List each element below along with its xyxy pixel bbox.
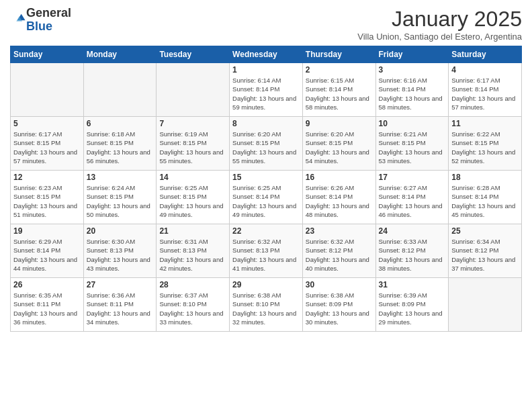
calendar-cell: 11Sunrise: 6:22 AM Sunset: 8:15 PM Dayli…	[449, 117, 522, 171]
calendar-cell: 12Sunrise: 6:23 AM Sunset: 8:15 PM Dayli…	[11, 171, 84, 224]
day-info: Sunrise: 6:25 AM Sunset: 8:14 PM Dayligh…	[232, 183, 300, 219]
calendar-cell: 14Sunrise: 6:25 AM Sunset: 8:15 PM Dayli…	[157, 171, 230, 224]
day-info: Sunrise: 6:36 AM Sunset: 8:11 PM Dayligh…	[87, 291, 154, 326]
day-number: 28	[159, 280, 226, 289]
calendar-cell: 31Sunrise: 6:39 AM Sunset: 8:09 PM Dayli…	[375, 278, 449, 332]
calendar-cell: 20Sunrise: 6:30 AM Sunset: 8:13 PM Dayli…	[83, 224, 157, 278]
day-info: Sunrise: 6:17 AM Sunset: 8:14 PM Dayligh…	[451, 76, 519, 111]
calendar-week-row: 12Sunrise: 6:23 AM Sunset: 8:15 PM Dayli…	[11, 171, 522, 224]
calendar-cell: 30Sunrise: 6:38 AM Sunset: 8:09 PM Dayli…	[302, 278, 375, 332]
day-number: 7	[159, 119, 226, 128]
calendar-cell: 4Sunrise: 6:17 AM Sunset: 8:14 PM Daylig…	[449, 63, 522, 117]
calendar-cell: 27Sunrise: 6:36 AM Sunset: 8:11 PM Dayli…	[83, 278, 157, 332]
day-info: Sunrise: 6:37 AM Sunset: 8:10 PM Dayligh…	[159, 291, 226, 326]
col-friday: Friday	[375, 46, 449, 63]
day-info: Sunrise: 6:38 AM Sunset: 8:09 PM Dayligh…	[306, 291, 373, 326]
day-info: Sunrise: 6:22 AM Sunset: 8:15 PM Dayligh…	[451, 130, 519, 165]
calendar-cell: 16Sunrise: 6:26 AM Sunset: 8:14 PM Dayli…	[302, 171, 375, 224]
calendar-week-row: 1Sunrise: 6:14 AM Sunset: 8:14 PM Daylig…	[11, 63, 522, 117]
day-info: Sunrise: 6:35 AM Sunset: 8:11 PM Dayligh…	[13, 291, 81, 326]
logo-blue-text: Blue	[26, 19, 52, 33]
day-info: Sunrise: 6:29 AM Sunset: 8:14 PM Dayligh…	[13, 237, 81, 273]
day-info: Sunrise: 6:23 AM Sunset: 8:15 PM Dayligh…	[13, 183, 81, 219]
calendar-cell: 2Sunrise: 6:15 AM Sunset: 8:14 PM Daylig…	[302, 63, 375, 117]
day-info: Sunrise: 6:26 AM Sunset: 8:14 PM Dayligh…	[306, 183, 373, 219]
col-saturday: Saturday	[449, 46, 522, 63]
day-info: Sunrise: 6:20 AM Sunset: 8:15 PM Dayligh…	[232, 130, 300, 165]
day-info: Sunrise: 6:27 AM Sunset: 8:14 PM Dayligh…	[379, 183, 446, 219]
day-number: 9	[306, 119, 373, 128]
calendar-cell: 3Sunrise: 6:16 AM Sunset: 8:14 PM Daylig…	[375, 63, 449, 117]
day-number: 27	[87, 280, 154, 289]
day-number: 14	[159, 173, 226, 182]
day-info: Sunrise: 6:15 AM Sunset: 8:14 PM Dayligh…	[306, 76, 373, 111]
day-number: 31	[379, 280, 446, 289]
day-number: 10	[379, 119, 446, 128]
day-info: Sunrise: 6:32 AM Sunset: 8:13 PM Dayligh…	[232, 237, 300, 273]
title-block: January 2025 Villa Union, Santiago del E…	[357, 7, 522, 42]
calendar-cell: 5Sunrise: 6:17 AM Sunset: 8:15 PM Daylig…	[11, 117, 84, 171]
day-info: Sunrise: 6:18 AM Sunset: 8:15 PM Dayligh…	[87, 130, 154, 165]
col-monday: Monday	[83, 46, 157, 63]
day-number: 29	[232, 280, 300, 289]
day-info: Sunrise: 6:39 AM Sunset: 8:09 PM Dayligh…	[379, 291, 446, 326]
day-number: 23	[306, 226, 373, 236]
calendar-cell	[449, 278, 522, 332]
day-number: 13	[87, 173, 154, 182]
day-number: 26	[13, 280, 81, 289]
day-info: Sunrise: 6:20 AM Sunset: 8:15 PM Dayligh…	[306, 130, 373, 165]
day-number: 16	[306, 173, 373, 182]
day-number: 21	[159, 226, 226, 236]
header: General Blue January 2025 Villa Union, S…	[10, 7, 522, 42]
calendar-cell: 13Sunrise: 6:24 AM Sunset: 8:15 PM Dayli…	[83, 171, 157, 224]
calendar-cell: 9Sunrise: 6:20 AM Sunset: 8:15 PM Daylig…	[302, 117, 375, 171]
day-info: Sunrise: 6:16 AM Sunset: 8:14 PM Dayligh…	[379, 76, 446, 111]
day-number: 30	[306, 280, 373, 289]
calendar-cell: 24Sunrise: 6:33 AM Sunset: 8:12 PM Dayli…	[375, 224, 449, 278]
day-info: Sunrise: 6:14 AM Sunset: 8:14 PM Dayligh…	[232, 76, 300, 111]
calendar-week-row: 5Sunrise: 6:17 AM Sunset: 8:15 PM Daylig…	[11, 117, 522, 171]
day-number: 6	[87, 119, 154, 128]
calendar-cell: 22Sunrise: 6:32 AM Sunset: 8:13 PM Dayli…	[230, 224, 303, 278]
calendar-cell: 29Sunrise: 6:38 AM Sunset: 8:10 PM Dayli…	[230, 278, 303, 332]
calendar-cell: 6Sunrise: 6:18 AM Sunset: 8:15 PM Daylig…	[83, 117, 157, 171]
calendar-week-row: 19Sunrise: 6:29 AM Sunset: 8:14 PM Dayli…	[11, 224, 522, 278]
day-number: 11	[451, 119, 519, 128]
page: General Blue January 2025 Villa Union, S…	[0, 0, 532, 411]
day-number: 3	[379, 65, 446, 75]
day-number: 8	[232, 119, 300, 128]
calendar-cell: 1Sunrise: 6:14 AM Sunset: 8:14 PM Daylig…	[230, 63, 303, 117]
calendar-header-row: Sunday Monday Tuesday Wednesday Thursday…	[11, 46, 522, 63]
day-number: 25	[451, 226, 519, 236]
day-info: Sunrise: 6:17 AM Sunset: 8:15 PM Dayligh…	[13, 130, 81, 165]
logo: General Blue	[10, 7, 71, 34]
location-subtitle: Villa Union, Santiago del Estero, Argent…	[357, 32, 522, 42]
col-sunday: Sunday	[11, 46, 84, 63]
day-info: Sunrise: 6:33 AM Sunset: 8:12 PM Dayligh…	[379, 237, 446, 273]
col-tuesday: Tuesday	[157, 46, 230, 63]
calendar-cell	[157, 63, 230, 117]
calendar-cell: 15Sunrise: 6:25 AM Sunset: 8:14 PM Dayli…	[230, 171, 303, 224]
day-info: Sunrise: 6:30 AM Sunset: 8:13 PM Dayligh…	[87, 237, 154, 273]
calendar-cell: 28Sunrise: 6:37 AM Sunset: 8:10 PM Dayli…	[157, 278, 230, 332]
day-info: Sunrise: 6:25 AM Sunset: 8:15 PM Dayligh…	[159, 183, 226, 219]
day-number: 15	[232, 173, 300, 182]
day-number: 12	[13, 173, 81, 182]
day-number: 5	[13, 119, 81, 128]
day-number: 22	[232, 226, 300, 236]
calendar-table: Sunday Monday Tuesday Wednesday Thursday…	[10, 46, 522, 332]
day-number: 2	[306, 65, 373, 75]
logo-icon	[11, 11, 26, 26]
day-info: Sunrise: 6:21 AM Sunset: 8:15 PM Dayligh…	[379, 130, 446, 165]
calendar-cell: 10Sunrise: 6:21 AM Sunset: 8:15 PM Dayli…	[375, 117, 449, 171]
day-info: Sunrise: 6:32 AM Sunset: 8:12 PM Dayligh…	[306, 237, 373, 273]
calendar-cell	[11, 63, 84, 117]
calendar-cell: 7Sunrise: 6:19 AM Sunset: 8:15 PM Daylig…	[157, 117, 230, 171]
day-info: Sunrise: 6:24 AM Sunset: 8:15 PM Dayligh…	[87, 183, 154, 219]
day-number: 24	[379, 226, 446, 236]
day-number: 18	[451, 173, 519, 182]
day-info: Sunrise: 6:31 AM Sunset: 8:13 PM Dayligh…	[159, 237, 226, 273]
col-thursday: Thursday	[302, 46, 375, 63]
day-info: Sunrise: 6:28 AM Sunset: 8:14 PM Dayligh…	[451, 183, 519, 219]
day-number: 19	[13, 226, 81, 236]
